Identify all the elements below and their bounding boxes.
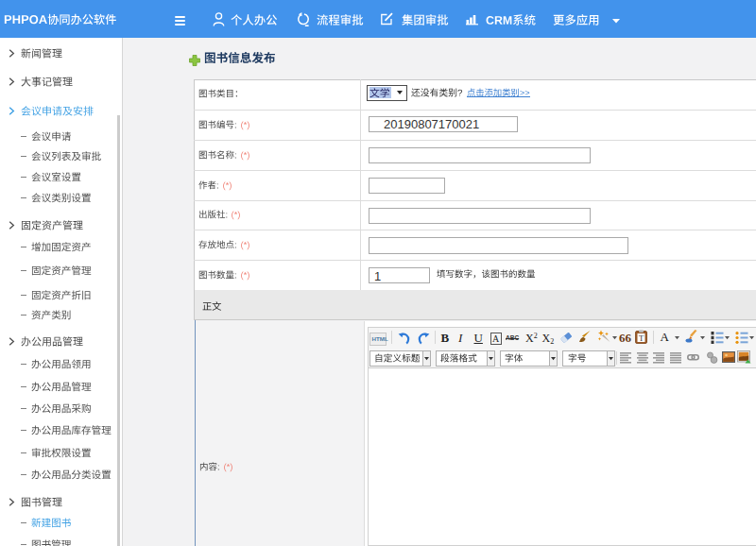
svg-text:T: T [639,333,644,343]
